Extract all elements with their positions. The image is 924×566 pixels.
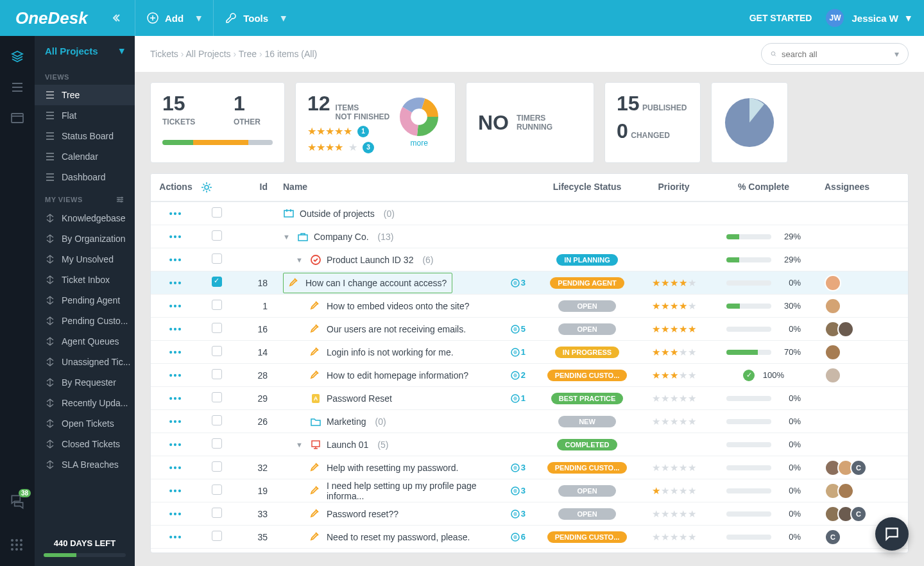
table-row[interactable]: •••▼Product Launch ID 32(6)IN PLANNING29… [151, 248, 908, 271]
message-count-badge[interactable]: 2 [511, 370, 526, 380]
sidebar-view-item[interactable]: Tree [35, 85, 135, 105]
progress-cell[interactable]: 0% [709, 324, 818, 334]
priority-stars[interactable]: ★★★★★ [638, 508, 709, 520]
gear-icon[interactable] [201, 182, 233, 193]
sidebar-myview-item[interactable]: Open Tickets [35, 413, 135, 434]
message-count-badge[interactable]: 1 [511, 393, 526, 403]
col-status[interactable]: Lifecycle Status [536, 182, 638, 193]
rail-board-icon[interactable] [10, 110, 25, 126]
avatar[interactable] [837, 483, 854, 499]
status-pill[interactable]: NEW [558, 416, 616, 427]
rail-messages-icon[interactable]: 38 [9, 493, 26, 510]
expand-caret-icon[interactable]: ▼ [296, 441, 305, 449]
assignees-cell[interactable] [825, 344, 908, 361]
status-pill[interactable]: OPEN [558, 485, 616, 497]
row-actions-button[interactable]: ••• [169, 324, 183, 334]
priority-stars[interactable]: ★★★★★ [638, 323, 709, 335]
row-checkbox[interactable] [212, 253, 222, 264]
progress-cell[interactable]: 0% [709, 393, 818, 403]
progress-cell[interactable]: 0% [709, 509, 818, 519]
sidebar-myview-item[interactable]: SLA Breaches [35, 454, 135, 475]
status-pill[interactable]: PENDING CUSTO... [547, 531, 628, 543]
status-pill[interactable]: PENDING CUSTO... [547, 462, 628, 474]
assignees-cell[interactable]: C [825, 459, 908, 476]
message-count-badge[interactable]: 3 [511, 509, 526, 519]
sidebar-myview-item[interactable]: Pending Custo... [35, 311, 135, 331]
chevron-down-icon[interactable]: ▾ [894, 49, 899, 59]
row-actions-button[interactable]: ••• [169, 370, 183, 381]
sidebar-myview-item[interactable]: Pending Agent [35, 290, 135, 311]
col-assignees[interactable]: Assignees [818, 182, 908, 193]
more-link[interactable]: more [400, 139, 438, 148]
sidebar-view-item[interactable]: Status Board [35, 126, 135, 146]
search-box[interactable]: ▾ [761, 43, 909, 65]
assignees-cell[interactable] [825, 483, 908, 499]
progress-cell[interactable]: 0% [709, 532, 818, 542]
row-checkbox[interactable] [212, 531, 222, 541]
settings-icon[interactable] [116, 195, 124, 204]
message-count-badge[interactable]: 5 [511, 324, 526, 334]
progress-cell[interactable]: 30% [709, 301, 818, 311]
row-actions-button[interactable]: ••• [169, 416, 183, 427]
priority-stars[interactable]: ★★★★★ [638, 416, 709, 427]
table-row[interactable]: •••28How to edit homepage information?2P… [151, 364, 908, 387]
status-pill[interactable]: OPEN [558, 508, 616, 520]
tools-button[interactable]: Tools ▾ [213, 0, 298, 36]
chat-fab[interactable] [875, 517, 909, 551]
avatar[interactable] [825, 298, 841, 314]
collapse-sidebar-icon[interactable] [109, 9, 127, 27]
row-checkbox[interactable] [212, 461, 222, 472]
table-row[interactable]: •••▼Launch 01(5)COMPLETED0% [151, 433, 908, 456]
progress-cell[interactable]: 0% [709, 463, 818, 472]
status-pill[interactable]: IN PROGRESS [555, 347, 619, 358]
avatar[interactable] [837, 321, 854, 338]
table-row[interactable]: •••18How can I change account access?3PE… [151, 271, 908, 295]
table-row[interactable]: •••33Password reset??3OPEN★★★★★0%C [151, 502, 908, 526]
row-checkbox[interactable] [212, 485, 222, 495]
table-row[interactable]: •••Outside of projects(0) [151, 202, 908, 225]
row-actions-button[interactable]: ••• [169, 509, 183, 519]
sidebar-view-item[interactable]: Dashboard [35, 167, 135, 187]
progress-cell[interactable]: 0% [709, 278, 818, 287]
status-pill[interactable]: OPEN [558, 300, 616, 312]
status-pill[interactable]: PENDING AGENT [550, 277, 624, 289]
sidebar-myview-item[interactable]: Closed Tickets [35, 434, 135, 454]
add-button[interactable]: Add ▾ [135, 0, 213, 36]
row-actions-button[interactable]: ••• [169, 463, 183, 473]
col-id[interactable]: Id [233, 182, 278, 193]
priority-stars[interactable]: ★★★★★ [638, 347, 709, 358]
table-row[interactable]: •••32Help with resetting my password.3PE… [151, 456, 908, 479]
priority-stars[interactable]: ★★★★★ [638, 277, 709, 289]
rail-apps-icon[interactable] [10, 538, 25, 553]
row-checkbox[interactable] [212, 392, 222, 402]
row-checkbox[interactable] [212, 415, 222, 425]
table-row[interactable]: •••29APassword Reset1BEST PRACTICE★★★★★0… [151, 387, 908, 410]
priority-stars[interactable]: ★★★★★ [638, 531, 709, 543]
status-pill[interactable]: COMPLETED [557, 439, 617, 450]
table-row[interactable]: •••1How to embed videos onto the site?OP… [151, 295, 908, 318]
sidebar-myview-item[interactable]: Unassigned Tic... [35, 352, 135, 372]
row-actions-button[interactable]: ••• [169, 301, 183, 311]
table-row[interactable]: •••14Login info is not working for me.1I… [151, 341, 908, 364]
message-count-badge[interactable]: 3 [511, 486, 526, 495]
sidebar-myview-item[interactable]: By Requester [35, 372, 135, 393]
message-count-badge[interactable]: 1 [511, 347, 526, 357]
row-checkbox[interactable] [212, 508, 222, 518]
row-checkbox[interactable] [212, 230, 222, 241]
row-actions-button[interactable]: ••• [169, 440, 183, 450]
progress-cell[interactable]: 70% [709, 347, 818, 357]
status-pill[interactable]: OPEN [558, 323, 616, 335]
row-checkbox[interactable] [212, 277, 222, 287]
priority-stars[interactable]: ★★★★★ [638, 300, 709, 312]
table-row[interactable]: •••26Marketing(0)NEW★★★★★0% [151, 410, 908, 433]
progress-cell[interactable]: 0% [709, 416, 818, 426]
assignees-cell[interactable] [825, 321, 908, 338]
sidebar-myview-item[interactable]: Recently Upda... [35, 393, 135, 413]
assignees-cell[interactable] [825, 367, 908, 384]
sidebar-myview-item[interactable]: By Organization [35, 228, 135, 249]
row-actions-button[interactable]: ••• [169, 393, 183, 404]
row-checkbox[interactable] [212, 323, 222, 333]
avatar[interactable] [825, 344, 841, 361]
user-menu[interactable]: JW Jessica W ▾ [826, 9, 924, 27]
avatar[interactable]: C [825, 529, 841, 545]
